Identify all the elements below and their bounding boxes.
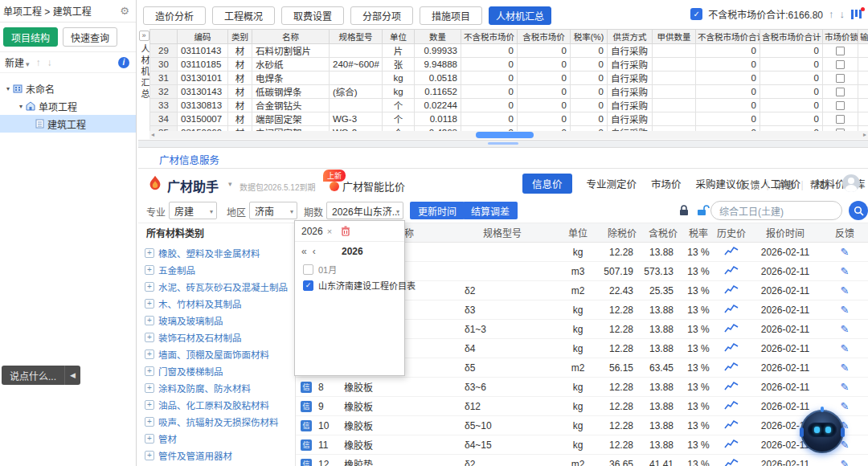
info-icon[interactable]: i bbox=[118, 57, 129, 68]
category-item[interactable]: +装饰石材及石材制品 bbox=[138, 329, 295, 345]
new-button[interactable]: 新建▾ bbox=[5, 55, 30, 69]
feedback-edit-icon[interactable]: ✎ bbox=[841, 381, 850, 393]
category-item[interactable]: +玻璃及玻璃制品 bbox=[138, 312, 295, 329]
toolbar-button[interactable]: 取费设置 bbox=[281, 6, 344, 25]
checkbox-icon[interactable] bbox=[303, 264, 313, 275]
category-item[interactable]: +管材 bbox=[138, 430, 295, 447]
checkbox-checked-icon[interactable]: ✓ bbox=[303, 280, 313, 291]
market-price-lock-checkbox[interactable] bbox=[836, 47, 845, 55]
move-down-icon[interactable]: ↓ bbox=[47, 57, 52, 68]
panel-splitter[interactable] bbox=[138, 140, 868, 148]
expand-plus-icon[interactable]: + bbox=[145, 350, 154, 359]
expand-plus-icon[interactable]: + bbox=[145, 417, 154, 427]
table-row[interactable]: 3303130813材合金钢钻头个0.02244000自行采购00 bbox=[150, 99, 868, 112]
category-item[interactable]: +吸声、抗辐射及无损探伤材料 bbox=[138, 413, 295, 430]
table-row[interactable]: 3203130143材低碳钢焊条(综合)kg0.11652000自行采购00 bbox=[150, 85, 868, 99]
market-price-lock-checkbox[interactable] bbox=[836, 74, 845, 83]
history-price-icon[interactable] bbox=[724, 381, 739, 394]
tree-item[interactable]: 建筑工程 bbox=[0, 115, 136, 133]
history-price-icon[interactable] bbox=[724, 284, 739, 297]
market-price-lock-checkbox[interactable] bbox=[836, 115, 845, 124]
table-row[interactable]: 3103130101材电焊条kg0.0518000自行采购00 bbox=[150, 72, 868, 85]
period-select[interactable]: 2026年山东济...▾ bbox=[326, 202, 403, 219]
market-price-lock-checkbox[interactable] bbox=[836, 101, 845, 110]
expand-plus-icon[interactable]: + bbox=[145, 434, 154, 444]
link-feedback[interactable]: 反馈 bbox=[740, 178, 760, 191]
link-help[interactable]: 帮助 ▾ bbox=[810, 178, 834, 191]
category-item[interactable]: +门窗及楼梯制品 bbox=[138, 362, 295, 379]
category-item[interactable]: +五金制品 bbox=[138, 261, 295, 278]
settings-gear-icon[interactable]: ⚙ bbox=[120, 5, 129, 17]
lock-icon[interactable] bbox=[678, 204, 690, 219]
history-price-icon[interactable] bbox=[724, 342, 739, 355]
prev-year-icon[interactable]: « bbox=[301, 246, 307, 257]
up-arrow-icon[interactable]: ↑ bbox=[829, 8, 834, 20]
history-price-icon[interactable] bbox=[724, 304, 739, 317]
brand-name[interactable]: 广材助手 bbox=[167, 176, 219, 195]
history-price-icon[interactable] bbox=[724, 323, 739, 336]
region-select[interactable]: 济南▾ bbox=[249, 202, 297, 219]
search-input[interactable]: 综合工日(土建) bbox=[710, 201, 842, 220]
expand-plus-icon[interactable]: + bbox=[145, 299, 154, 309]
history-price-icon[interactable] bbox=[724, 246, 739, 259]
toolbar-button[interactable]: 工程概况 bbox=[212, 6, 275, 25]
nav-tab[interactable]: 信息价 bbox=[522, 174, 572, 194]
price-table-row[interactable]: 信12橡胶垫δ2m236.6541.4113 %2026-02-11✎ bbox=[296, 455, 868, 466]
column-settings-icon[interactable] bbox=[850, 9, 863, 20]
feedback-edit-icon[interactable]: ✎ bbox=[841, 323, 850, 335]
expand-plus-icon[interactable]: + bbox=[145, 282, 154, 292]
category-item[interactable]: +木、竹材料及其制品 bbox=[138, 295, 295, 312]
profession-select[interactable]: 房建▾ bbox=[169, 202, 217, 219]
assistant-robot[interactable] bbox=[800, 410, 844, 453]
remove-year-icon[interactable]: × bbox=[327, 227, 332, 236]
settlement-adjust-button[interactable]: 结算调差 bbox=[463, 202, 518, 219]
expand-plus-icon[interactable]: + bbox=[145, 333, 154, 342]
delete-trash-icon[interactable] bbox=[341, 226, 350, 236]
category-item[interactable]: +橡胶、塑料及非金属材料 bbox=[138, 244, 295, 261]
expand-plus-icon[interactable]: + bbox=[145, 383, 154, 393]
category-item[interactable]: +涂料及防腐、防水材料 bbox=[138, 379, 295, 396]
scrollbar-thumb[interactable] bbox=[476, 132, 534, 138]
expand-plus-icon[interactable]: + bbox=[145, 265, 154, 275]
market-price-lock-checkbox[interactable] bbox=[836, 60, 845, 69]
price-table-row[interactable]: 信10橡胶板δ5~10kg12.2813.8813 %2026-02-11✎ bbox=[296, 416, 868, 435]
category-item[interactable]: +油品、化工原料及胶粘材料 bbox=[138, 396, 295, 413]
chat-widget[interactable]: 说点什么... ◀ bbox=[2, 366, 80, 385]
category-item[interactable]: +水泥、砖瓦灰砂石及混凝土制品 bbox=[138, 278, 295, 295]
expand-plus-icon[interactable]: + bbox=[145, 366, 154, 376]
history-price-icon[interactable] bbox=[724, 458, 739, 466]
prev-month-icon[interactable]: ‹ bbox=[313, 246, 316, 257]
tree-item[interactable]: ▾单项工程 bbox=[0, 97, 136, 115]
period-option[interactable]: 01月 bbox=[295, 261, 404, 277]
toolbar-button[interactable]: 分部分项 bbox=[350, 6, 413, 25]
history-price-icon[interactable] bbox=[724, 265, 739, 278]
feedback-edit-icon[interactable]: ✎ bbox=[841, 342, 850, 354]
history-price-icon[interactable] bbox=[724, 439, 739, 452]
smart-compare-link[interactable]: 上新 广材智能比价 bbox=[330, 178, 405, 194]
chevron-down-icon[interactable]: ▾ bbox=[228, 180, 232, 188]
toolbar-button[interactable]: 人材机汇总 bbox=[489, 6, 551, 25]
sidebar-tab[interactable]: 快速查询 bbox=[63, 27, 117, 47]
include-check-icon[interactable]: ✓ bbox=[690, 8, 702, 20]
history-price-icon[interactable] bbox=[724, 362, 739, 374]
price-table-row[interactable]: 信11橡胶板δ4~15kg12.2813.8813 %2026-02-11✎ bbox=[296, 435, 868, 455]
user-avatar[interactable] bbox=[842, 174, 860, 192]
expand-plus-icon[interactable]: + bbox=[145, 248, 154, 258]
caret-down-icon[interactable]: ▾ bbox=[19, 103, 23, 110]
table-row[interactable]: 3003110185材水砂纸240#~600#张9.94888000自行采购00 bbox=[150, 58, 868, 72]
feedback-edit-icon[interactable]: ✎ bbox=[841, 246, 850, 258]
caret-down-icon[interactable]: ▾ bbox=[6, 85, 10, 92]
price-table-row[interactable]: 信8橡胶板δ3~6kg12.2813.8813 %2026-02-11✎ bbox=[296, 378, 868, 397]
link-message[interactable]: 消息 bbox=[776, 178, 795, 191]
unlock-icon[interactable] bbox=[696, 204, 710, 219]
expand-plus-icon[interactable]: + bbox=[145, 400, 154, 410]
expand-plus-icon[interactable]: + bbox=[145, 451, 154, 460]
feedback-edit-icon[interactable]: ✎ bbox=[841, 304, 850, 316]
sidebar-tab[interactable]: 项目结构 bbox=[3, 27, 58, 47]
tree-item[interactable]: ▾未命名 bbox=[0, 80, 136, 97]
search-button[interactable] bbox=[849, 201, 868, 220]
down-arrow-icon[interactable]: ↓ bbox=[840, 8, 845, 20]
nav-tab[interactable]: 市场价 bbox=[651, 176, 682, 191]
feedback-edit-icon[interactable]: ✎ bbox=[841, 284, 850, 296]
category-item[interactable]: +墙面、顶棚及屋面饰面材料 bbox=[138, 345, 295, 362]
